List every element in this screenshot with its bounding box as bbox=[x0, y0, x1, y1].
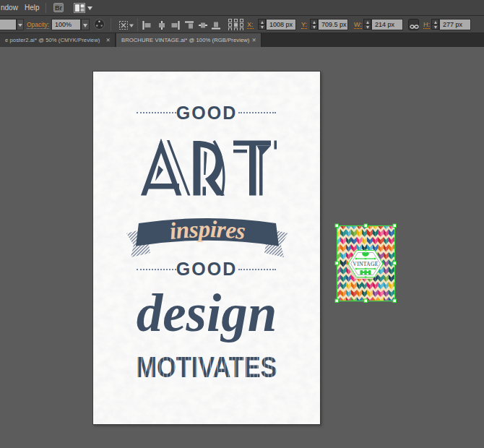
svg-text:inspires: inspires bbox=[168, 216, 246, 244]
svg-text:VINTAGE: VINTAGE bbox=[353, 261, 378, 267]
svg-text:MOTIVATES: MOTIVATES bbox=[137, 350, 277, 384]
